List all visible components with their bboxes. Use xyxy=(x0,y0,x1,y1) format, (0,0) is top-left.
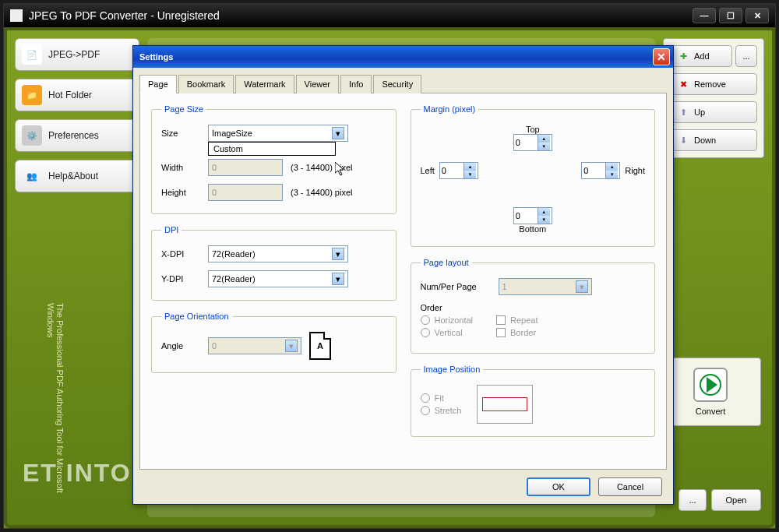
ok-button[interactable]: OK xyxy=(527,477,590,496)
image-position-preview xyxy=(477,385,533,424)
spin-up-icon[interactable]: ▲ xyxy=(464,163,476,171)
checkbox-icon xyxy=(496,315,506,325)
arrow-down-icon: ⬇ xyxy=(677,134,689,146)
cancel-button[interactable]: Cancel xyxy=(598,477,662,496)
tabs: Page Bookmark Watermark Viewer Info Secu… xyxy=(139,74,667,93)
checkbox-icon xyxy=(496,328,506,337)
dialog-titlebar[interactable]: Settings ✕ xyxy=(133,46,673,68)
radio-icon xyxy=(421,393,430,403)
spin-up-icon[interactable]: ▲ xyxy=(538,208,550,216)
xdpi-combo[interactable]: 72(Reader) ▾ xyxy=(208,245,348,262)
spin-up-icon[interactable]: ▲ xyxy=(538,135,550,143)
tab-page[interactable]: Page xyxy=(139,75,177,93)
radio-icon xyxy=(421,315,430,325)
sidebar-item-jpeg-pdf[interactable]: 📄 JPEG->PDF xyxy=(15,38,139,71)
dropdown-option-custom[interactable]: Custom xyxy=(209,143,335,155)
sidebar-item-hot-folder[interactable]: 📁 Hot Folder xyxy=(15,79,139,111)
ydpi-combo[interactable]: 72(Reader) ▾ xyxy=(208,270,348,287)
checkbox-repeat[interactable]: Repeat xyxy=(496,315,538,325)
radio-fit[interactable]: Fit xyxy=(421,393,462,403)
spin-down-icon[interactable]: ▼ xyxy=(606,171,618,178)
tab-bookmark[interactable]: Bookmark xyxy=(178,75,234,93)
size-combo[interactable]: ImageSize ▾ xyxy=(208,125,348,142)
margin-right-input[interactable]: ▲▼ xyxy=(581,162,620,179)
radio-horizontal[interactable]: Horizontal xyxy=(421,315,474,325)
svg-marker-0 xyxy=(335,162,344,175)
close-button[interactable]: ✕ xyxy=(746,8,769,23)
button-label: Down xyxy=(694,136,716,145)
down-button[interactable]: ⬇ Down xyxy=(670,129,757,151)
height-hint: (3 - 14400) pixel xyxy=(291,188,353,197)
add-more-button[interactable]: ... xyxy=(735,45,757,67)
combo-value: 72(Reader) xyxy=(212,274,256,284)
sidebar-item-help-about[interactable]: 👥 Help&About xyxy=(15,160,139,192)
legend: DPI xyxy=(161,225,182,234)
maximize-button[interactable]: ☐ xyxy=(719,8,742,23)
remove-button[interactable]: ✖ Remove xyxy=(670,73,757,95)
order-label: Order xyxy=(421,303,646,312)
legend: Page layout xyxy=(421,258,472,267)
dialog-close-button[interactable]: ✕ xyxy=(653,48,670,65)
dialog-buttons: OK Cancel xyxy=(139,470,667,498)
dpi-group: DPI X-DPI 72(Reader) ▾ Y-DPI 72(Reader) … xyxy=(151,225,397,301)
chevron-down-icon: ▾ xyxy=(332,127,344,139)
sidebar-item-preferences[interactable]: ⚙️ Preferences xyxy=(15,119,139,152)
angle-combo[interactable]: 0 ▾ xyxy=(208,337,301,354)
page-size-group: Page Size Size ImageSize ▾ Custom Width xyxy=(151,104,397,214)
sidebar-item-label: Hot Folder xyxy=(48,90,92,100)
cursor-icon xyxy=(335,162,347,178)
convert-panel: Convert xyxy=(660,358,761,426)
plus-icon: ✚ xyxy=(677,50,689,62)
radio-icon xyxy=(421,406,430,415)
margin-top-input[interactable]: ▲▼ xyxy=(513,134,552,151)
spin-down-icon[interactable]: ▼ xyxy=(538,143,550,150)
legend: Image Position xyxy=(421,365,484,374)
titlebar: JPEG To PDF Converter - Unregistered — ☐… xyxy=(4,4,775,27)
up-button[interactable]: ⬆ Up xyxy=(670,101,757,123)
margin-bottom-input[interactable]: ▲▼ xyxy=(513,207,552,224)
top-label: Top xyxy=(513,125,552,134)
spin-down-icon[interactable]: ▼ xyxy=(464,171,476,178)
spin-down-icon[interactable]: ▼ xyxy=(538,216,550,224)
radio-stretch[interactable]: Stretch xyxy=(421,406,462,415)
margin-left-input[interactable]: ▲▼ xyxy=(439,162,478,179)
size-label: Size xyxy=(161,129,200,138)
sidebar-item-label: Help&About xyxy=(48,171,98,181)
tab-viewer[interactable]: Viewer xyxy=(296,75,339,93)
page-orientation-icon: A xyxy=(309,332,331,360)
minimize-button[interactable]: — xyxy=(693,8,716,23)
chevron-down-icon: ▾ xyxy=(576,280,588,293)
combo-value: 0 xyxy=(212,341,217,351)
radio-vertical[interactable]: Vertical xyxy=(421,328,474,337)
width-input[interactable] xyxy=(208,159,283,176)
app-icon xyxy=(10,9,23,22)
button-label: Add xyxy=(694,51,710,61)
width-label: Width xyxy=(161,163,200,172)
play-icon xyxy=(700,374,721,396)
chevron-down-icon: ▾ xyxy=(332,273,344,285)
open-button[interactable]: Open xyxy=(711,489,761,511)
people-icon: 👥 xyxy=(22,166,42,186)
combo-value: 1 xyxy=(502,282,507,291)
tab-security[interactable]: Security xyxy=(373,75,421,93)
spin-up-icon[interactable]: ▲ xyxy=(606,163,618,171)
gear-icon: ⚙️ xyxy=(22,125,42,146)
checkbox-border[interactable]: Border xyxy=(496,328,538,337)
image-position-group: Image Position Fit Stretch xyxy=(411,365,656,437)
legend: Page Size xyxy=(161,104,206,114)
num-combo[interactable]: 1 ▾ xyxy=(499,278,592,295)
chevron-down-icon: ▾ xyxy=(332,248,344,260)
tab-watermark[interactable]: Watermark xyxy=(235,75,294,93)
num-label: Num/Per Page xyxy=(421,282,491,291)
height-input[interactable] xyxy=(208,184,283,201)
combo-value: 72(Reader) xyxy=(212,249,256,259)
tab-info[interactable]: Info xyxy=(340,75,372,93)
sidebar-item-label: Preferences xyxy=(48,130,99,141)
convert-button[interactable] xyxy=(693,368,728,402)
x-icon: ✖ xyxy=(677,78,689,90)
browse-button[interactable]: ... xyxy=(679,489,707,511)
convert-label: Convert xyxy=(696,407,726,416)
size-dropdown: Custom xyxy=(208,142,336,156)
add-button[interactable]: ✚ Add xyxy=(670,45,732,67)
height-label: Height xyxy=(161,188,200,197)
